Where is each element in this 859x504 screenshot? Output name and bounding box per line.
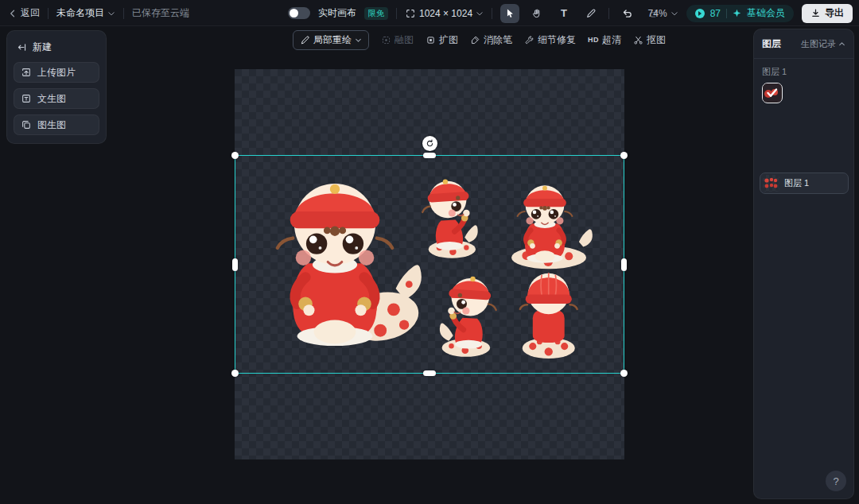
back-label: 返回 xyxy=(21,6,40,20)
pen-icon xyxy=(585,8,597,19)
save-status: 已保存至云端 xyxy=(132,6,189,20)
canvas-size-selector[interactable]: 1024 × 1024 xyxy=(405,8,484,19)
topbar-left: 返回 未命名项目 已保存至云端 xyxy=(8,0,189,26)
hand-tool-button[interactable] xyxy=(527,4,546,23)
layer-row-thumbnail xyxy=(763,175,779,192)
generation-history-label: 生图记录 xyxy=(801,38,836,50)
inpaint-label: 局部重绘 xyxy=(313,33,352,47)
chevron-down-icon xyxy=(670,10,678,17)
layer-row-label: 图层 1 xyxy=(784,177,809,189)
selection-handle-left[interactable] xyxy=(232,258,238,271)
image-to-image-button[interactable]: 图生图 xyxy=(14,114,99,135)
eraser-pen-label: 消除笔 xyxy=(484,33,512,47)
layer-group-label: 图层 1 xyxy=(754,59,853,83)
hand-icon xyxy=(531,8,542,19)
text-to-image-button[interactable]: 文生图 xyxy=(14,88,99,109)
cutout-label: 抠图 xyxy=(647,33,666,47)
eraser-pen-button[interactable]: 消除笔 xyxy=(470,33,512,47)
topbar-right: 74% 87 基础会员 导出 xyxy=(648,0,853,26)
project-name: 未命名项目 xyxy=(56,6,104,20)
blend-icon xyxy=(381,35,391,45)
account-pill[interactable]: 87 基础会员 xyxy=(686,5,794,22)
inpaint-button[interactable]: 局部重绘 xyxy=(293,30,369,50)
detail-fix-label: 细节修复 xyxy=(538,33,576,47)
select-tool-button[interactable] xyxy=(500,4,519,23)
create-panel-title: 新建 xyxy=(33,41,52,54)
selection-handle-bottom-left[interactable] xyxy=(231,370,239,377)
membership-star-icon xyxy=(733,9,741,17)
project-name-menu[interactable]: 未命名项目 xyxy=(56,6,115,20)
collapse-panel-icon[interactable] xyxy=(17,42,27,52)
live-canvas-label: 实时画布 xyxy=(318,6,356,20)
blend-button[interactable]: 融图 xyxy=(381,33,414,47)
credits-coin-icon xyxy=(695,9,705,18)
text-to-image-icon xyxy=(21,93,32,104)
topbar: 返回 未命名项目 已保存至云端 实时画布 限免 1024 × 1024 xyxy=(0,0,859,26)
divider xyxy=(492,8,492,19)
download-icon xyxy=(810,8,821,18)
membership-label: 基础会员 xyxy=(747,6,785,20)
text-to-image-label: 文生图 xyxy=(37,92,66,106)
outpaint-icon xyxy=(426,35,436,45)
edit-toolbar: 局部重绘 融图 扩图 消除笔 细节修复 HD 超清 抠图 xyxy=(293,30,666,49)
zoom-level-selector[interactable]: 74% xyxy=(648,8,678,19)
image-to-image-label: 图生图 xyxy=(37,118,66,132)
selection-handle-right[interactable] xyxy=(621,258,627,271)
back-button[interactable]: 返回 xyxy=(8,6,40,20)
generation-history-toggle[interactable]: 生图记录 xyxy=(801,38,845,50)
layers-title: 图层 xyxy=(762,37,781,51)
limited-free-badge: 限免 xyxy=(364,7,388,20)
cursor-icon xyxy=(504,8,515,19)
export-button[interactable]: 导出 xyxy=(802,4,853,23)
app-window: 返回 未命名项目 已保存至云端 实时画布 限免 1024 × 1024 xyxy=(0,0,859,504)
eraser-pen-icon xyxy=(470,35,480,45)
layer-row[interactable]: 图层 1 xyxy=(760,173,849,194)
rotate-handle[interactable] xyxy=(422,136,437,151)
cutout-scissors-icon xyxy=(633,35,643,45)
resize-canvas-icon xyxy=(405,8,416,19)
divider xyxy=(396,8,397,19)
selection-box[interactable] xyxy=(235,155,624,374)
credits-count: 87 xyxy=(710,8,721,19)
pen-tool-button[interactable] xyxy=(581,4,601,23)
divider xyxy=(608,8,609,19)
help-button[interactable]: ? xyxy=(826,471,846,491)
upscale-button[interactable]: HD 超清 xyxy=(588,33,621,47)
selection-handle-bottom[interactable] xyxy=(423,370,436,376)
undo-button[interactable] xyxy=(617,4,636,23)
selection-handle-top-left[interactable] xyxy=(231,152,239,159)
canvas-size-value: 1024 × 1024 xyxy=(419,8,472,19)
chevron-left-icon xyxy=(8,9,17,18)
create-panel-header: 新建 xyxy=(14,38,99,62)
selection-handle-top-right[interactable] xyxy=(620,152,628,159)
divider xyxy=(123,8,124,19)
layer-thumbnail-selected[interactable] xyxy=(762,83,783,103)
inpaint-brush-icon xyxy=(300,35,310,45)
chevron-down-icon xyxy=(476,10,484,17)
outpaint-button[interactable]: 扩图 xyxy=(426,33,458,47)
text-tool-button[interactable]: T xyxy=(554,4,573,23)
upload-image-button[interactable]: 上传图片 xyxy=(14,62,99,83)
topbar-center: 实时画布 限免 1024 × 1024 T xyxy=(288,0,663,26)
upscale-label: 超清 xyxy=(602,33,621,47)
zoom-level-value: 74% xyxy=(648,8,667,19)
blend-label: 融图 xyxy=(395,33,414,47)
canvas[interactable] xyxy=(235,69,624,459)
cutout-button[interactable]: 抠图 xyxy=(633,33,666,47)
upload-image-label: 上传图片 xyxy=(37,66,76,79)
hd-icon: HD xyxy=(588,36,599,44)
layers-panel: 图层 生图记录 图层 1 图层 1 ? xyxy=(753,29,854,499)
chevron-down-icon xyxy=(355,37,362,44)
create-panel: 新建 上传图片 文生图 图生图 xyxy=(6,30,107,144)
selection-handle-bottom-right[interactable] xyxy=(620,370,628,377)
export-label: 导出 xyxy=(825,6,844,20)
live-canvas-toggle[interactable] xyxy=(288,7,310,19)
outpaint-label: 扩图 xyxy=(439,33,458,47)
detail-fix-icon xyxy=(524,35,534,45)
upload-image-icon xyxy=(21,67,32,78)
divider xyxy=(48,8,49,19)
detail-fix-button[interactable]: 细节修复 xyxy=(524,33,576,47)
layers-panel-header: 图层 生图记录 xyxy=(754,29,853,59)
selection-handle-top[interactable] xyxy=(423,153,436,158)
image-to-image-icon xyxy=(21,119,32,130)
